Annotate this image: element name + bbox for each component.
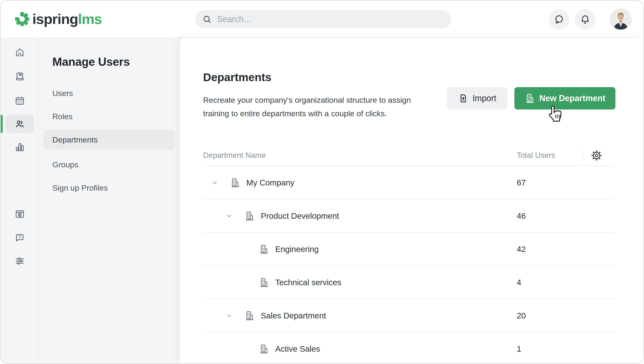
import-upload-icon: [458, 93, 468, 104]
import-button[interactable]: Import: [447, 87, 507, 110]
info-window-icon: [15, 209, 25, 220]
logo-wordmark: ispringlms: [32, 12, 102, 26]
total-users-value: 1: [517, 344, 521, 354]
logo-suffix-text: lms: [78, 11, 102, 27]
sliders-icon: [15, 256, 25, 266]
column-header-total-users: Total Users: [517, 151, 555, 160]
home-icon: [15, 47, 25, 58]
total-users-value: 46: [517, 211, 526, 220]
department-row-my-company[interactable]: My Company 67: [203, 166, 615, 200]
chevron-down-icon[interactable]: [224, 211, 234, 221]
chat-bubble-icon: [554, 14, 564, 25]
sidebar-item-roles[interactable]: Roles: [39, 105, 180, 128]
department-row-engineering[interactable]: Engineering 42: [203, 233, 615, 266]
nav-home-button[interactable]: [6, 43, 34, 61]
department-name: Active Sales: [275, 344, 320, 354]
department-name: Product Development: [261, 211, 339, 220]
department-row-technical-services[interactable]: Technical services 4: [203, 266, 615, 299]
department-row-sales-department[interactable]: Sales Department 20: [203, 299, 615, 332]
bar-chart-icon: [15, 142, 25, 152]
total-users-value: 20: [517, 311, 526, 320]
import-button-label: Import: [473, 94, 496, 103]
new-department-button[interactable]: New Department: [514, 87, 615, 110]
department-name: Engineering: [275, 244, 319, 254]
bell-icon: [580, 14, 590, 25]
search-icon: [202, 14, 212, 24]
departments-tree: My Company 67 Product Development 46 Eng…: [203, 166, 615, 364]
logo-brand-text: ispring: [32, 11, 78, 27]
building-icon: [230, 177, 240, 188]
top-header: ispringlms: [1, 1, 643, 38]
body: ? Manage Users Users Roles Departments G…: [1, 38, 643, 364]
nav-calendar-button[interactable]: [6, 92, 34, 110]
svg-text:?: ?: [18, 235, 21, 240]
header-divider: [583, 150, 583, 162]
departments-panel: Departments Recreate your company's orga…: [180, 38, 643, 364]
sidebar-item-departments[interactable]: Departments: [39, 130, 180, 153]
sidebar-item-groups[interactable]: Groups: [39, 153, 180, 176]
users-icon: [15, 118, 25, 129]
department-name: Sales Department: [261, 311, 326, 320]
building-icon: [244, 210, 255, 221]
chevron-down-icon[interactable]: [210, 178, 220, 188]
notifications-button[interactable]: [575, 9, 595, 30]
page-description: Recreate your company's organizational s…: [203, 93, 422, 120]
department-name: Technical services: [275, 278, 341, 287]
building-icon: [244, 310, 255, 321]
nav-courses-button[interactable]: [6, 68, 34, 86]
total-users-value: 67: [517, 178, 526, 187]
total-users-value: 42: [517, 244, 526, 254]
department-row-product-development[interactable]: Product Development 46: [203, 200, 615, 233]
book-icon: [15, 71, 25, 82]
page-title: Departments: [203, 71, 271, 84]
new-department-button-label: New Department: [539, 94, 605, 103]
sidebar-title: Manage Users: [52, 55, 130, 68]
calendar-icon: [15, 96, 25, 106]
app-logo[interactable]: ispringlms: [15, 1, 102, 38]
nav-info-button[interactable]: [6, 205, 34, 223]
building-icon: [258, 344, 269, 354]
search-input[interactable]: [217, 14, 444, 24]
active-nav-indicator: [1, 115, 3, 133]
department-name: My Company: [246, 178, 294, 187]
messages-button[interactable]: [549, 9, 569, 30]
total-users-value: 4: [517, 278, 521, 287]
department-row-active-sales[interactable]: Active Sales 1: [203, 332, 615, 364]
app-window: ispringlms: [0, 0, 644, 364]
building-icon: [258, 277, 269, 288]
building-icon: [524, 93, 535, 104]
nav-users-button[interactable]: [6, 115, 34, 133]
column-header-department-name: Department Name: [203, 151, 266, 160]
nav-settings-button[interactable]: [6, 252, 34, 270]
global-search: [195, 10, 451, 28]
nav-help-button[interactable]: ?: [6, 229, 34, 247]
help-bubble-icon: ?: [15, 232, 25, 243]
gear-icon: [590, 149, 603, 162]
table-settings-button[interactable]: [590, 149, 603, 162]
sidebar-menu: Users Roles Departments Groups Sign up P…: [39, 82, 180, 200]
sidebar-item-users[interactable]: Users: [39, 82, 180, 105]
chevron-down-icon[interactable]: [224, 310, 234, 321]
building-icon: [258, 244, 269, 254]
avatar-photo: [610, 9, 631, 30]
ispring-logo-icon: [15, 12, 29, 26]
user-avatar[interactable]: [610, 8, 631, 30]
nav-reports-button[interactable]: [6, 138, 34, 156]
nav-rail: ?: [1, 38, 39, 364]
sidebar-item-signup-profiles[interactable]: Sign up Profiles: [39, 176, 180, 200]
manage-users-sidebar: Manage Users Users Roles Departments Gro…: [39, 38, 180, 364]
